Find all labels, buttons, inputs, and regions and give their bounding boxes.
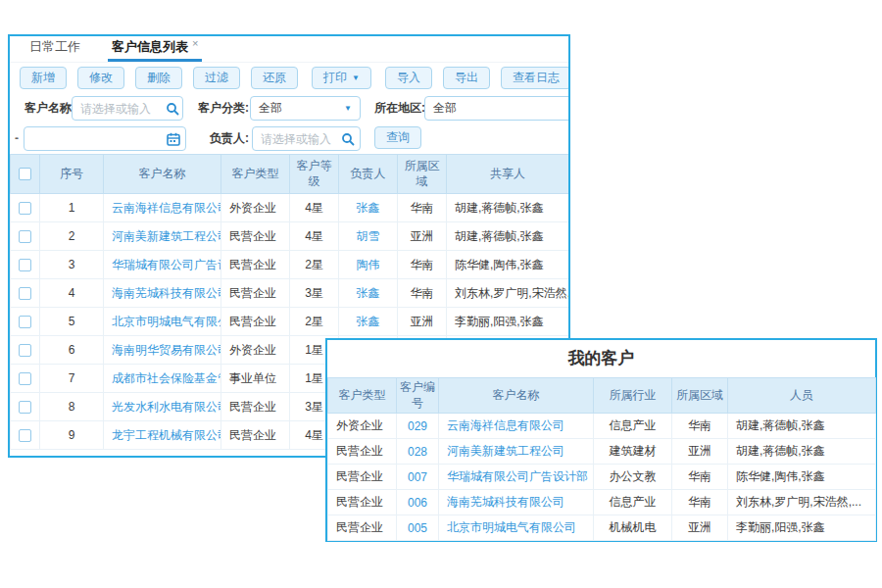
customer-code-link[interactable]: 007 [408, 470, 427, 484]
owner-link[interactable]: 胡雪 [357, 229, 380, 243]
customer-name-link[interactable]: 云南海祥信息有限公司 [112, 201, 221, 215]
cell-no: 8 [40, 393, 104, 421]
customer-category-label: 客户分类: [198, 96, 249, 120]
owner-label: 负责人: [210, 126, 249, 150]
owner-link[interactable]: 张鑫 [357, 201, 380, 215]
cell-type: 外资企业 [221, 336, 290, 365]
row-checkbox[interactable] [19, 401, 31, 414]
cell-region: 华南 [672, 465, 728, 490]
owner-link[interactable]: 张鑫 [357, 315, 380, 328]
row-checkbox[interactable] [19, 259, 31, 271]
cell-region: 华南 [672, 490, 728, 515]
cell-personnel: 李勤丽,阳强,张鑫 [728, 515, 876, 541]
table-row: 外资企业 029 云南海祥信息有限公司 信息产业 华南 胡建,蒋德帧,张鑫 [328, 414, 876, 439]
customer-name-link[interactable]: 海南芜城科技有限公司 [112, 286, 221, 300]
import-button[interactable]: 导入 [385, 67, 432, 89]
cell-no: 6 [40, 336, 104, 365]
calendar-icon[interactable] [167, 132, 180, 146]
page-title: 我的客户 [327, 340, 875, 377]
date-input[interactable] [24, 126, 186, 151]
customer-code-link[interactable]: 005 [408, 521, 427, 535]
select-all-checkbox[interactable] [19, 168, 31, 180]
col-header-type: 客户类型 [328, 378, 397, 414]
cell-industry: 机械机电 [594, 515, 672, 541]
cell-level: 4星 [290, 194, 339, 222]
cell-type: 民营企业 [221, 393, 290, 421]
print-button[interactable]: 打印 ▼ [312, 67, 371, 89]
table-header-row: 序号 客户名称 客户类型 客户等级 负责人 所属区域 共享人 [11, 155, 569, 194]
toolbar: 新增 修改 删除 过滤 还原 打印 ▼ 导入 导出 查看日志 [10, 63, 568, 93]
col-header-name: 客户名称 [104, 155, 221, 194]
table-row: 1 云南海祥信息有限公司 外资企业 4星 张鑫 华南 胡建,蒋德帧,张鑫 [11, 194, 569, 222]
customer-category-value: 全部 [259, 100, 344, 117]
customer-name-link[interactable]: 海南芜城科技有限公司 [447, 495, 564, 509]
row-checkbox[interactable] [19, 372, 31, 385]
customer-name-link[interactable]: 北京市明城电气有限公司 [112, 315, 221, 328]
customer-name-link[interactable]: 华瑞城有限公司广告设计部 [447, 469, 588, 483]
cell-no: 4 [40, 279, 104, 308]
customer-code-link[interactable]: 029 [408, 419, 427, 433]
row-checkbox[interactable] [19, 230, 31, 243]
cell-type: 民营企业 [328, 515, 397, 541]
row-checkbox[interactable] [19, 316, 31, 328]
customer-name-link[interactable]: 龙宇工程机械有限公司 [112, 428, 221, 442]
col-header-code: 客户编号 [397, 378, 439, 414]
view-log-button[interactable]: 查看日志 [501, 67, 570, 89]
edit-button[interactable]: 修改 [77, 67, 124, 89]
tab-daily-work[interactable]: 日常工作 [25, 34, 84, 62]
restore-button[interactable]: 还原 [251, 67, 298, 89]
query-button[interactable]: 查询 [374, 126, 421, 149]
cell-type: 民营企业 [328, 439, 397, 465]
customer-name-link[interactable]: 北京市明城电气有限公司 [447, 520, 576, 534]
owner-link[interactable]: 张鑫 [357, 286, 380, 300]
search-icon[interactable] [341, 132, 355, 146]
cell-industry: 信息产业 [594, 414, 672, 439]
customer-category-select[interactable]: 全部 ▼ [250, 96, 361, 121]
row-checkbox[interactable] [19, 287, 31, 300]
cell-level: 2星 [290, 251, 339, 279]
export-button[interactable]: 导出 [443, 67, 490, 89]
customer-name-link[interactable]: 成都市社会保险基金管理... [112, 371, 221, 385]
tab-bar: 日常工作 客户信息列表× [10, 36, 568, 63]
cell-shared: 胡建,蒋德帧,张鑫 [447, 194, 569, 222]
customer-name-link[interactable]: 海南明华贸易有限公司 [112, 343, 221, 357]
cell-region: 华南 [398, 251, 447, 279]
search-icon[interactable] [166, 102, 179, 116]
cell-region: 亚洲 [672, 439, 728, 465]
col-header-owner: 负责人 [339, 155, 398, 194]
cell-type: 民营企业 [221, 222, 290, 251]
my-customers-table: 客户类型 客户编号 客户名称 所属行业 所属区域 人员 外资企业 029 云南海… [327, 377, 876, 541]
tab-customer-list[interactable]: 客户信息列表× [108, 34, 202, 62]
filter-button[interactable]: 过滤 [193, 67, 240, 89]
table-row: 4 海南芜城科技有限公司 民营企业 3星 张鑫 华南 刘东林,罗广明,宋浩然,张… [11, 279, 569, 308]
cell-no: 3 [40, 251, 104, 279]
cell-type: 民营企业 [328, 465, 397, 490]
cell-region: 华南 [672, 414, 728, 439]
cell-no: 5 [40, 308, 104, 336]
print-button-label: 打印 [323, 70, 347, 86]
add-button[interactable]: 新增 [20, 67, 67, 89]
delete-button[interactable]: 删除 [135, 67, 182, 89]
cell-personnel: 胡建,蒋德帧,张鑫 [728, 414, 876, 439]
customer-name-link[interactable]: 河南美新建筑工程公司 [112, 229, 221, 243]
col-header-region: 所属区域 [398, 155, 447, 194]
customer-name-link[interactable]: 光发水利水电有限公司 [112, 400, 221, 414]
cell-level: 3星 [290, 279, 339, 308]
customer-name-link[interactable]: 华瑞城有限公司广告设计部 [112, 258, 221, 271]
cell-level: 2星 [290, 308, 339, 336]
customer-name-link[interactable]: 河南美新建筑工程公司 [447, 444, 564, 458]
cell-type: 民营企业 [221, 421, 290, 450]
row-checkbox[interactable] [19, 429, 31, 442]
row-checkbox[interactable] [19, 344, 31, 357]
cell-industry: 办公文教 [594, 465, 672, 490]
row-checkbox[interactable] [19, 202, 31, 215]
region-select[interactable]: 全部 [424, 96, 570, 121]
customer-name-link[interactable]: 云南海祥信息有限公司 [447, 418, 564, 432]
close-icon[interactable]: × [192, 37, 198, 49]
owner-link[interactable]: 陶伟 [357, 258, 380, 271]
cell-shared: 陈华健,陶伟,张鑫 [447, 251, 569, 279]
customer-code-link[interactable]: 028 [408, 445, 427, 459]
cell-personnel: 胡建,蒋德帧,张鑫 [728, 439, 876, 465]
customer-code-link[interactable]: 006 [408, 496, 427, 510]
region-value: 全部 [433, 100, 564, 117]
